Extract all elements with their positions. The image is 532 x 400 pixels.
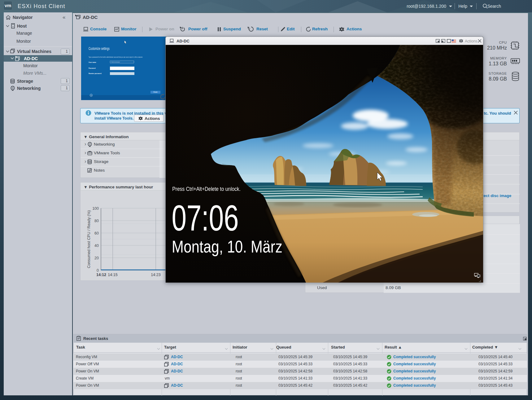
svg-text:40: 40 — [94, 244, 99, 248]
svg-text:Montag, 10. März: Montag, 10. März — [172, 237, 282, 256]
svg-text:14:12: 14:12 — [96, 273, 106, 277]
svg-text:14:15: 14:15 — [108, 273, 117, 277]
svg-text:100: 100 — [92, 206, 99, 211]
svg-text:20: 20 — [94, 256, 99, 260]
svg-text:14:23: 14:23 — [151, 273, 160, 277]
svg-text:80: 80 — [94, 219, 99, 223]
svg-text:60: 60 — [94, 231, 99, 235]
svg-text:0: 0 — [97, 268, 99, 273]
svg-text:Press Ctrl+Alt+Delete to unloc: Press Ctrl+Alt+Delete to unlock. — [172, 186, 241, 192]
svg-text:Consumed host CPU / Ready (%): Consumed host CPU / Ready (%) — [87, 210, 91, 268]
svg-text:07:06: 07:06 — [172, 198, 239, 238]
